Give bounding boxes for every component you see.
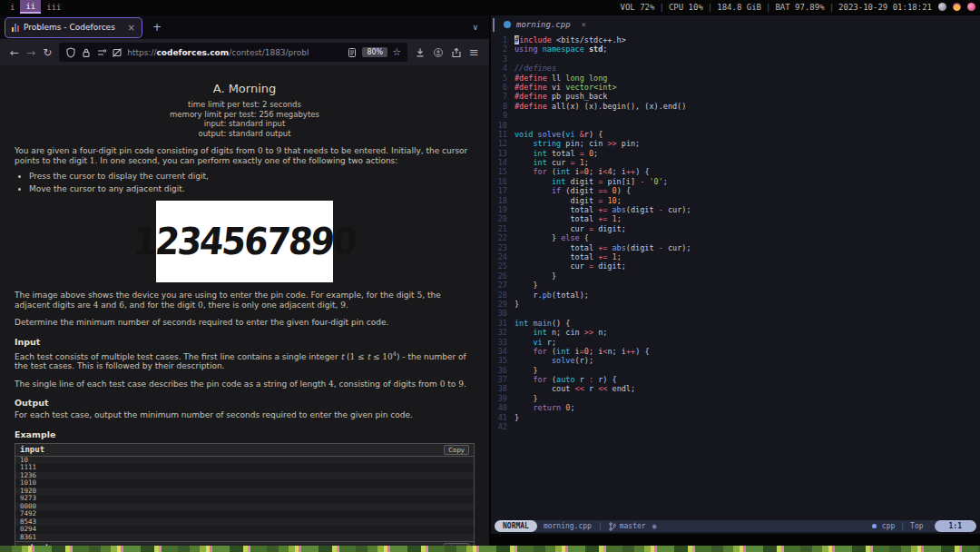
code-line[interactable]: 22 } else { [491, 233, 980, 242]
tab-close-icon[interactable]: × [128, 23, 135, 33]
code-token: (total); [552, 291, 589, 300]
code-token: cout [514, 384, 575, 393]
bookmark-star-icon[interactable]: ☆ [392, 46, 401, 58]
code-token: #define [514, 74, 547, 83]
code-line[interactable]: 17 if (digit == 0) { [491, 186, 980, 195]
code-line[interactable]: 27 } [491, 281, 980, 290]
workspace-ii[interactable]: ii [20, 0, 41, 14]
code-line[interactable]: 8#define all(x) (x).begin(), (x).end() [491, 102, 980, 111]
code-token: '0' [649, 177, 662, 186]
code-token: long long [565, 74, 607, 83]
forward-button[interactable]: → [26, 47, 35, 58]
code-line[interactable]: 11void solve(vi &r) { [491, 130, 980, 139]
buffer-close-icon[interactable]: × [582, 20, 586, 29]
lock-icon[interactable] [81, 47, 92, 58]
back-button[interactable]: ← [10, 47, 19, 58]
code-token [514, 167, 533, 176]
code-line[interactable]: 36 } [491, 366, 980, 375]
code-token: namespace [543, 44, 584, 54]
code-line[interactable]: 12 string pin; cin >> pin; [491, 139, 980, 148]
code-line[interactable]: 16 int digit = pin[i] - '0'; [491, 177, 980, 186]
code-line[interactable]: 2using namespace std; [491, 44, 980, 54]
code-line[interactable]: 35 solve(r); [491, 356, 980, 365]
problem-limits: time limit per test: 2 secondsmemory lim… [15, 100, 475, 138]
code-token: ; [603, 44, 607, 54]
code-line[interactable]: 9 [491, 111, 980, 120]
code-token: ; [584, 158, 589, 167]
code-line[interactable]: 1#include <bits/stdc++.h> [491, 35, 980, 44]
code-line[interactable]: 33 vi r; [491, 338, 980, 347]
code-line[interactable]: 30 [491, 309, 980, 318]
code-line[interactable]: 15 for (int i=0; i<4; i++) { [491, 167, 980, 176]
code-line[interactable]: 26 } [491, 271, 980, 281]
cursor-position: 1:1 [935, 520, 976, 532]
new-tab-button[interactable]: + [152, 21, 162, 34]
code-token: (r); [575, 356, 593, 365]
code-line[interactable]: 40 return 0; [491, 403, 980, 412]
code-line[interactable]: 23 total += abs(digit - cur); [491, 243, 980, 252]
code-token: += [598, 214, 607, 223]
tab-problems-codeforces[interactable]: Problems - Codeforces × [5, 18, 142, 37]
code-line[interactable]: 24 total += 1; [491, 252, 980, 261]
code-line[interactable]: 29} [491, 300, 980, 309]
code-line[interactable]: 10 [491, 121, 980, 130]
code-line[interactable]: 39 } [491, 394, 980, 403]
url-text[interactable]: https://codeforces.com/contest/1883/prob… [127, 48, 342, 57]
code-token: main [533, 319, 551, 328]
code-token [514, 328, 533, 337]
account-icon[interactable] [433, 47, 444, 58]
code-token: pin; cin [561, 139, 607, 148]
code-line[interactable]: 21 cur = digit; [491, 224, 980, 233]
code-token: int [533, 158, 546, 167]
zoom-level-badge[interactable]: 80% [362, 47, 387, 57]
code-line[interactable]: 28 r.pb(total); [491, 291, 980, 300]
code-line[interactable]: 13 int total = 0; [491, 149, 980, 158]
reload-button[interactable]: ↻ [43, 47, 52, 58]
code-token: } [514, 394, 538, 403]
editor-buffer-tab[interactable]: morning.cpp × [491, 15, 980, 34]
person-emoji-icon[interactable] [938, 3, 946, 11]
copy-input-button[interactable]: Copy [444, 445, 469, 455]
workspace-i[interactable]: i [5, 0, 20, 14]
git-branch: master [609, 522, 646, 531]
code-line[interactable]: 6#define vi vector<int> [491, 83, 980, 92]
workspace-iii[interactable]: iii [41, 0, 66, 14]
line-number: 21 [491, 224, 507, 233]
code-line[interactable]: 19 total += abs(digit - cur); [491, 205, 980, 214]
example-input-label: input [20, 445, 44, 455]
code-line[interactable]: 5#define ll long long [491, 74, 980, 83]
code-line[interactable]: 20 total += 1; [491, 214, 980, 223]
code-line[interactable]: 34 for (int i=0; i<n; i++) { [491, 347, 980, 356]
code-token: (digit [561, 186, 598, 195]
blocked-content-icon[interactable] [112, 47, 122, 58]
permissions-icon[interactable] [96, 47, 107, 58]
firefox-emoji-icon[interactable] [953, 3, 961, 11]
buffer-filename: morning.cpp [516, 20, 571, 29]
code-line[interactable]: 25 cur = digit; [491, 261, 980, 271]
code-line[interactable]: 7#define pb push_back [491, 92, 980, 101]
flower-emoji-icon[interactable] [967, 3, 975, 11]
url-bar[interactable]: https://codeforces.com/contest/1883/prob… [59, 43, 407, 62]
code-line[interactable]: 31int main() { [491, 319, 980, 328]
code-line[interactable]: 4//defines [491, 64, 980, 73]
downloads-icon[interactable] [415, 47, 426, 58]
code-line[interactable]: 42 [491, 422, 980, 431]
code-line[interactable]: 38 cout << r << endl; [491, 384, 980, 393]
share-icon[interactable] [451, 47, 462, 58]
shield-icon[interactable] [65, 47, 76, 58]
code-line[interactable]: 41} [491, 413, 980, 422]
code-area[interactable]: 1#include <bits/stdc++.h>2using namespac… [491, 34, 980, 431]
limit-line-1: memory limit per test: 256 megabytes [15, 110, 475, 120]
tab-list-chevron-icon[interactable]: ∨ [472, 23, 484, 32]
menu-icon[interactable]: ≡ [469, 46, 479, 58]
code-line[interactable]: 18 digit = 10; [491, 196, 980, 205]
code-line[interactable]: 37 for (auto r : r) { [491, 375, 980, 384]
code-line[interactable]: 14 int cur = 1; [491, 158, 980, 167]
code-line[interactable]: 32 int n; cin >> n; [491, 328, 980, 337]
reader-mode-icon[interactable] [347, 47, 358, 58]
code-token: } [514, 413, 519, 422]
code-token [514, 338, 533, 347]
code-token: cur); [663, 243, 691, 252]
code-line[interactable]: 3 [491, 54, 980, 64]
code-token: for [533, 347, 546, 356]
